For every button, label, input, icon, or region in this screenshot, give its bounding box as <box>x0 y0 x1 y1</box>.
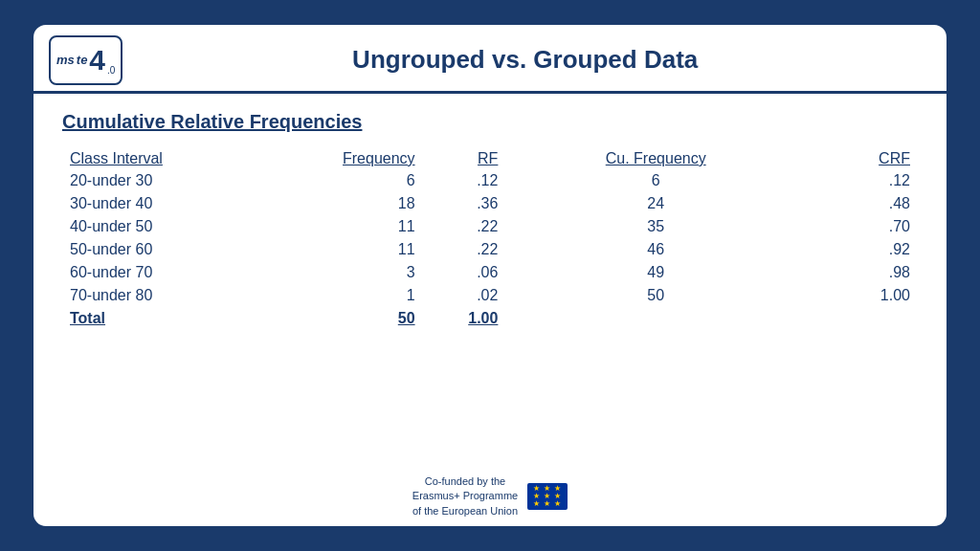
cell-rf: .02 <box>423 284 506 307</box>
cell-class-interval: 60-under 70 <box>62 261 261 284</box>
cell-crf: .48 <box>775 192 918 215</box>
cell-total-crf <box>775 307 918 330</box>
cell-cu-frequency: 49 <box>505 261 775 284</box>
cell-total-rf: 1.00 <box>423 307 506 330</box>
cell-rf: .22 <box>423 238 506 261</box>
cell-rf: .12 <box>423 169 506 192</box>
col-header-rf: RF <box>423 148 506 169</box>
cell-total-label: Total <box>62 307 261 330</box>
cell-frequency: 3 <box>261 261 423 284</box>
cell-crf: .70 <box>775 215 918 238</box>
col-header-class-interval: Class Interval <box>62 148 261 169</box>
cell-class-interval: 70-under 80 <box>62 284 261 307</box>
table-row: 70-under 80 1 .02 50 1.00 <box>62 284 918 307</box>
cell-rf: .06 <box>423 261 506 284</box>
cell-crf: 1.00 <box>775 284 918 307</box>
logo-te-text: te <box>77 53 88 67</box>
cell-frequency: 1 <box>261 284 423 307</box>
cell-cu-frequency: 50 <box>505 284 775 307</box>
footer-text: Co-funded by the Erasmus+ Programme of t… <box>412 474 518 518</box>
eu-flag: ★ ★ ★★ ★ ★★ ★ ★ <box>527 483 568 510</box>
table-row: 60-under 70 3 .06 49 .98 <box>62 261 918 284</box>
eu-stars: ★ ★ ★★ ★ ★★ ★ ★ <box>533 485 562 508</box>
cell-frequency: 6 <box>261 169 423 192</box>
logo-ms-text: ms <box>56 53 75 67</box>
cell-total-cu-frequency <box>505 307 775 330</box>
table-row: 20-under 30 6 .12 6 .12 <box>62 169 918 192</box>
cell-class-interval: 40-under 50 <box>62 215 261 238</box>
cell-cu-frequency: 35 <box>505 215 775 238</box>
data-table: Class Interval Frequency RF Cu. Frequenc… <box>62 148 918 330</box>
section-title: Cumulative Relative Frequencies <box>62 111 918 133</box>
cell-frequency: 11 <box>261 238 423 261</box>
cell-crf: .98 <box>775 261 918 284</box>
cell-rf: .36 <box>423 192 506 215</box>
cell-class-interval: 20-under 30 <box>62 169 261 192</box>
cell-class-interval: 50-under 60 <box>62 238 261 261</box>
cell-total-frequency: 50 <box>261 307 423 330</box>
table-row: 40-under 50 11 .22 35 .70 <box>62 215 918 238</box>
page-title: Ungrouped vs. Grouped Data <box>122 45 927 75</box>
table-row: 30-under 40 18 .36 24 .48 <box>62 192 918 215</box>
table-row: 50-under 60 11 .22 46 .92 <box>62 238 918 261</box>
cell-frequency: 11 <box>261 215 423 238</box>
col-header-crf: CRF <box>775 148 918 169</box>
table-header-row: Class Interval Frequency RF Cu. Frequenc… <box>62 148 918 169</box>
cell-rf: .22 <box>423 215 506 238</box>
logo-dot-zero: .0 <box>107 65 115 76</box>
footer: Co-funded by the Erasmus+ Programme of t… <box>33 469 947 526</box>
cell-class-interval: 30-under 40 <box>62 192 261 215</box>
cell-cu-frequency: 6 <box>505 169 775 192</box>
cell-crf: .12 <box>775 169 918 192</box>
col-header-frequency: Frequency <box>261 148 423 169</box>
col-header-cu-frequency: Cu. Frequency <box>505 148 775 169</box>
slide: ms te 4 .0 Ungrouped vs. Grouped Data Cu… <box>31 22 949 529</box>
logo-big-number: 4 <box>89 46 105 75</box>
header: ms te 4 .0 Ungrouped vs. Grouped Data <box>33 25 947 94</box>
cell-frequency: 18 <box>261 192 423 215</box>
cell-cu-frequency: 24 <box>505 192 775 215</box>
cell-crf: .92 <box>775 238 918 261</box>
content-area: Cumulative Relative Frequencies Class In… <box>33 94 947 469</box>
cell-cu-frequency: 46 <box>505 238 775 261</box>
table-total-row: Total 50 1.00 <box>62 307 918 330</box>
logo: ms te 4 .0 <box>49 35 122 85</box>
